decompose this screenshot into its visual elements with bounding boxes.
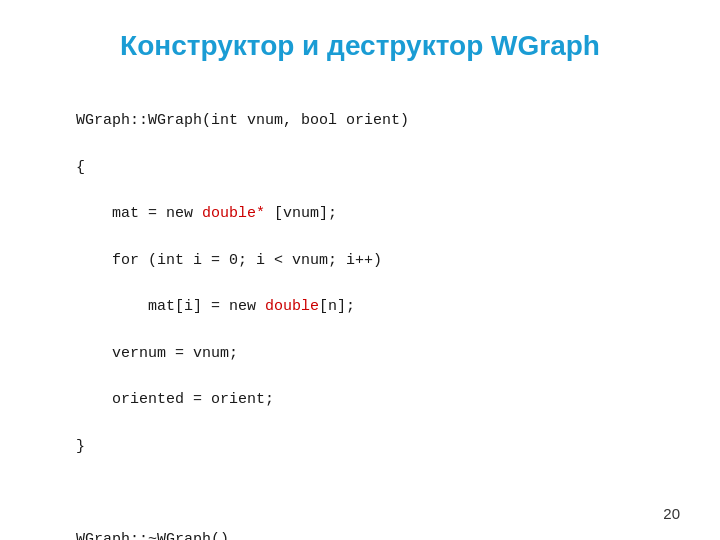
line1-post: [vnum]; <box>265 205 337 222</box>
line3-post: [n]; <box>319 298 355 315</box>
line1-pre: mat = new <box>76 205 202 222</box>
constructor-signature: WGraph::WGraph(int vnum, bool orient) <box>76 112 409 129</box>
slide: Конструктор и деструктор WGraph WGraph::… <box>0 0 720 540</box>
open-brace-1: { <box>76 159 85 176</box>
close-brace-1: } <box>76 438 85 455</box>
line4: vernum = vnum; <box>76 345 238 362</box>
keyword-double-star: double* <box>202 205 265 222</box>
page-number: 20 <box>663 505 680 522</box>
code-block: WGraph::WGraph(int vnum, bool orient) { … <box>40 86 680 540</box>
destructor-signature: WGraph::~WGraph() <box>76 531 229 540</box>
line3-pre: mat[i] = new <box>76 298 265 315</box>
keyword-double: double <box>265 298 319 315</box>
line5: oriented = orient; <box>76 391 274 408</box>
line2: for (int i = 0; i < vnum; i++) <box>76 252 382 269</box>
slide-title: Конструктор и деструктор WGraph <box>40 30 680 62</box>
